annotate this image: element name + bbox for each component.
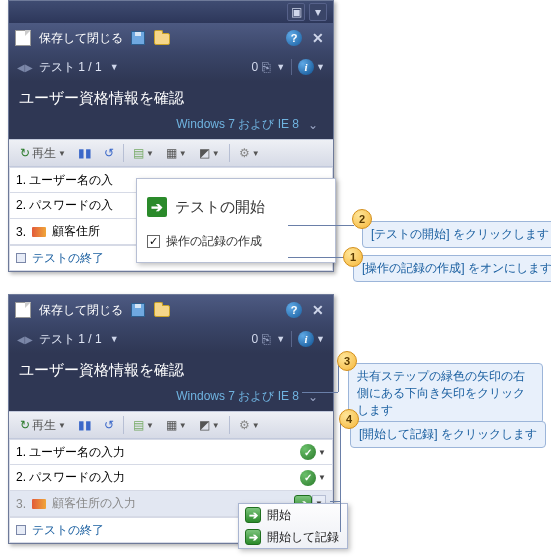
start-icon: ➔ [245,507,261,523]
shared-step-icon [32,499,46,509]
start-record-icon: ➔ [245,529,261,545]
play-icon: ↻ [20,418,30,432]
titlebar: ▣ ▾ [9,1,333,23]
test-dropdown-icon[interactable]: ▼ [110,334,119,344]
save-and-close-button[interactable]: 保存して閉じる [15,302,123,319]
callout-1: [操作の記録の作成] をオンにします [353,255,551,282]
disk-icon [131,303,145,317]
steps-button[interactable]: ▤▼ [128,143,159,163]
callout-badge-3: 3 [337,351,357,371]
info-icon[interactable]: i [298,59,314,75]
paperclip-icon[interactable]: ⎘ [262,331,270,347]
callout-badge-4: 4 [339,409,359,429]
action-button[interactable]: ▦▼ [161,415,192,435]
capture-button[interactable]: ◩▼ [194,415,225,435]
close-button[interactable]: ✕ [309,29,327,47]
callout-2: [テストの開始] をクリックします [362,221,551,248]
help-icon: ? [286,30,302,46]
test-position-label: テスト 1 / 1 [39,331,102,348]
steps-button[interactable]: ▤▼ [128,415,159,435]
save-button[interactable] [129,301,147,319]
environment-label[interactable]: Windows 7 および IE 8 [176,388,299,405]
replay-button[interactable]: ↻再生▼ [15,415,71,435]
prev-test-icon[interactable]: ◀▶ [17,62,33,73]
pause-button[interactable]: ▮▮ [73,143,97,163]
callout-4: [開始して記録] をクリックします [350,421,546,448]
action-button[interactable]: ▦▼ [161,143,192,163]
attach-dd-icon[interactable]: ▼ [276,62,285,72]
status-pass-icon[interactable]: ✓ [300,444,316,460]
help-icon: ? [286,302,302,318]
start-test-button[interactable]: ➔ テストの開始 [147,197,325,217]
menu-start-record[interactable]: ➔開始して記録 [239,526,347,548]
step-row[interactable]: 1. ユーザー名の入力 ✓▼ [9,439,333,465]
leader-line [330,501,340,502]
close-button[interactable]: ✕ [309,301,327,319]
help-button[interactable]: ? [285,301,303,319]
step-row[interactable]: 2. パスワードの入力 ✓▼ [9,465,333,491]
folder-icon [154,305,170,317]
info-icon[interactable]: i [298,331,314,347]
replay-button[interactable]: ↻再生▼ [15,143,71,163]
start-arrow-icon: ➔ [147,197,167,217]
callout-badge-2: 2 [352,209,372,229]
start-test-popup: ➔ テストの開始 ✓ 操作の記録の作成 [136,178,336,263]
shared-step-icon [32,227,46,237]
save-button[interactable] [129,29,147,47]
settings-button[interactable]: ⚙▼ [234,143,265,163]
replay-toolbar: ↻再生▼ ▮▮ ↺ ▤▼ ▦▼ ◩▼ ⚙▼ [9,411,333,439]
save-and-close-button[interactable]: 保存して閉じる [15,30,123,47]
callout-badge-1: 1 [343,247,363,267]
info-dd-icon[interactable]: ▼ [316,62,325,72]
env-chevron-down-icon[interactable]: ⌄ [303,389,323,405]
test-title: ユーザー資格情報を確認 [9,353,333,384]
play-icon: ↻ [20,146,30,160]
start-dropdown-menu: ➔開始 ➔開始して記録 [238,503,348,549]
help-button[interactable]: ? [285,29,303,47]
attachment-count: 0 [251,332,258,346]
test-position-label: テスト 1 / 1 [39,59,102,76]
end-icon [16,525,26,535]
environment-label[interactable]: Windows 7 および IE 8 [176,116,299,133]
leader-line [340,420,341,532]
paperclip-icon[interactable]: ⎘ [262,59,270,75]
disk-icon [131,31,145,45]
chevron-down-icon[interactable]: ▾ [309,3,327,21]
environment-row: Windows 7 および IE 8 ⌄ [9,384,333,411]
test-nav: ◀▶ テスト 1 / 1 ▼ 0 ⎘ ▼ i ▼ [9,53,333,81]
checkbox-checked-icon: ✓ [147,235,160,248]
test-nav: ◀▶ テスト 1 / 1 ▼ 0 ⎘ ▼ i ▼ [9,325,333,353]
end-icon [16,253,26,263]
save-close-label: 保存して閉じる [39,30,123,47]
menu-start[interactable]: ➔開始 [239,504,347,526]
attachment-count: 0 [251,60,258,74]
leader-line [288,225,354,226]
pause-button[interactable]: ▮▮ [73,415,97,435]
main-toolbar: 保存して閉じる ? ✕ [9,295,333,325]
document-icon [15,302,31,318]
document-icon [15,30,31,46]
info-dd-icon[interactable]: ▼ [316,334,325,344]
leader-line [288,257,345,258]
save-close-label: 保存して閉じる [39,302,123,319]
prev-test-icon[interactable]: ◀▶ [17,334,33,345]
test-dropdown-icon[interactable]: ▼ [110,62,119,72]
env-chevron-down-icon[interactable]: ⌄ [303,117,323,133]
create-recording-checkbox[interactable]: ✓ 操作の記録の作成 [147,233,325,250]
settings-button[interactable]: ⚙▼ [234,415,265,435]
status-pass-icon[interactable]: ✓ [300,470,316,486]
reset-button[interactable]: ↺ [99,415,119,435]
reset-button[interactable]: ↺ [99,143,119,163]
layout-toggle-icon[interactable]: ▣ [287,3,305,21]
callout-3: 共有ステップの緑色の矢印の右側にある下向き矢印をクリックします [348,363,543,424]
leader-line [302,392,338,393]
folder-icon [154,33,170,45]
replay-toolbar: ↻再生▼ ▮▮ ↺ ▤▼ ▦▼ ◩▼ ⚙▼ [9,139,333,167]
capture-button[interactable]: ◩▼ [194,143,225,163]
open-button[interactable] [153,301,171,319]
close-icon: ✕ [312,302,324,318]
main-toolbar: 保存して閉じる ? ✕ [9,23,333,53]
test-title: ユーザー資格情報を確認 [9,81,333,112]
open-button[interactable] [153,29,171,47]
attach-dd-icon[interactable]: ▼ [276,334,285,344]
